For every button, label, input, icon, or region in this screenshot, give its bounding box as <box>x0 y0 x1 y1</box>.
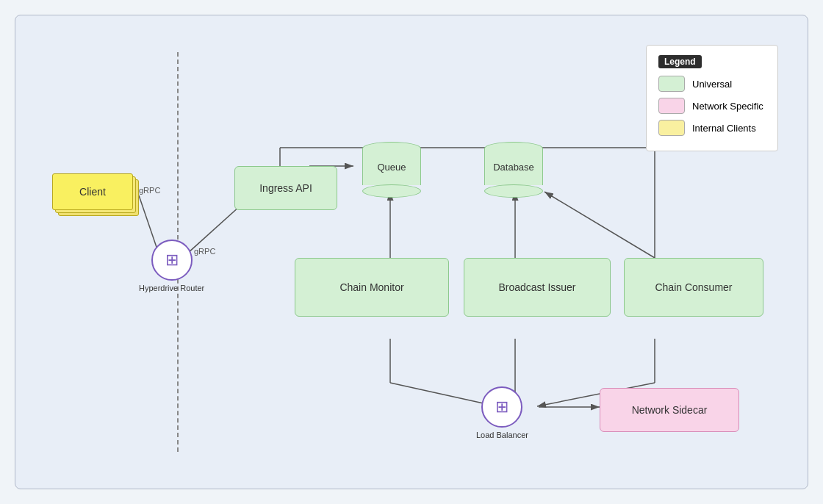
hyperdrive-router-node: ⊞ Hyperdrive Router <box>139 240 204 292</box>
legend-swatch-internal-clients <box>658 120 685 136</box>
ingress-api-box: Ingress API <box>234 166 337 210</box>
lb-icon: ⊞ <box>495 397 508 417</box>
grpc-label-client: gRPC <box>139 186 160 195</box>
network-sidecar-box: Network Sidecar <box>600 388 739 432</box>
lb-label: Load Balancer <box>476 431 528 439</box>
queue-cyl-body: Queue <box>362 148 421 185</box>
database-cylinder: Database <box>484 142 543 198</box>
legend-label-network-specific: Network Specific <box>692 101 763 112</box>
queue-cylinder: Queue <box>362 142 421 198</box>
client-label-text: Client <box>79 186 106 198</box>
chain-monitor-box: Chain Monitor <box>295 258 449 317</box>
queue-cyl-bottom <box>362 184 421 198</box>
legend-title: Legend <box>658 55 702 68</box>
chain-consumer-box: Chain Consumer <box>624 258 763 317</box>
router-icon: ⊞ <box>165 251 179 270</box>
client-card-front: Client <box>52 173 133 210</box>
outer-container: Client gRPC gRPC ⊞ Hyperdrive Router Ing… <box>15 15 808 489</box>
svg-line-6 <box>545 192 655 258</box>
lb-circle: ⊞ <box>481 386 522 428</box>
router-label: Hyperdrive Router <box>139 284 204 292</box>
legend-box: Legend Universal Network Specific Intern… <box>646 45 778 151</box>
legend-item-network-specific: Network Specific <box>658 98 766 114</box>
legend-swatch-network-specific <box>658 98 685 114</box>
legend-label-internal-clients: Internal Clients <box>692 123 756 134</box>
router-circle: ⊞ <box>151 240 193 281</box>
db-cyl-bottom <box>484 184 543 198</box>
db-cyl-body: Database <box>484 148 543 185</box>
legend-swatch-universal <box>658 76 685 92</box>
legend-label-universal: Universal <box>692 79 732 90</box>
legend-item-universal: Universal <box>658 76 766 92</box>
diagram-area: Client gRPC gRPC ⊞ Hyperdrive Router Ing… <box>30 30 793 474</box>
legend-item-internal-clients: Internal Clients <box>658 120 766 136</box>
load-balancer-node: ⊞ Load Balancer <box>476 386 528 439</box>
broadcast-issuer-box: Broadcast Issuer <box>464 258 611 317</box>
